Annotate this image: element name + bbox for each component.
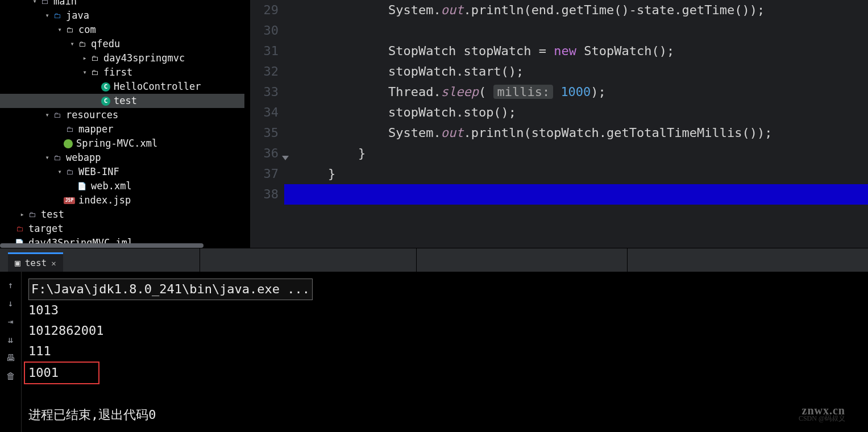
clear-icon[interactable]: 🗑 <box>6 371 16 381</box>
tree-arrow-icon[interactable]: ▾ <box>31 0 39 9</box>
tree-item-label: Spring-MVC.xml <box>76 136 157 151</box>
tree-item-label: index.jsp <box>78 193 131 207</box>
tree-item-webapp[interactable]: ▾🗀webapp <box>0 151 244 165</box>
code-line[interactable]: Thread.sleep( millis: 1000); <box>284 82 868 102</box>
tree-item-day43springmvc[interactable]: ▸🗀day43springmvc <box>0 51 244 65</box>
tree-item-label: mapper <box>78 122 113 136</box>
tree-item-web-xml[interactable]: 📄web.xml <box>0 179 244 193</box>
tree-item-label: qfedu <box>91 37 120 51</box>
code-editor[interactable]: 29303132333435363738 System.out.println(… <box>244 0 868 248</box>
code-line[interactable]: System.out.println(stopWatch.getTotalTim… <box>284 123 868 143</box>
print-icon[interactable]: 🖶 <box>6 352 16 363</box>
console-exit-line: 进程已结束,退出代码0 <box>28 405 861 425</box>
code-line[interactable]: } <box>284 164 868 184</box>
console-toolbar: ↑ ↓ ⇥ ⇊ 🖶 🗑 <box>0 272 22 432</box>
code-line[interactable]: StopWatch stopWatch = new StopWatch(); <box>284 41 868 61</box>
tree-item-mapper[interactable]: 🗀mapper <box>0 122 244 136</box>
scroll-to-end-icon[interactable]: ⇊ <box>6 334 16 344</box>
tree-arrow-icon[interactable]: ▾ <box>43 9 51 23</box>
tree-arrow-icon[interactable]: ▾ <box>43 108 51 122</box>
tree-item-test[interactable]: Ctest <box>0 94 244 108</box>
tree-item-hellocontroller[interactable]: CHelloController <box>0 80 244 94</box>
console-line: 1012862001 <box>28 321 861 341</box>
code-line[interactable]: stopWatch.start(); <box>284 61 868 82</box>
tree-item-spring-mvc-xml[interactable]: Spring-MVC.xml <box>0 136 244 151</box>
line-number[interactable]: 33 <box>250 82 279 102</box>
line-number[interactable]: 32 <box>250 61 279 82</box>
tree-item-label: WEB-INF <box>78 165 119 179</box>
tree-item-first[interactable]: ▾🗀first <box>0 65 244 80</box>
tree-item-target[interactable]: 🗀target <box>0 222 244 236</box>
code-line[interactable] <box>284 184 868 205</box>
run-tab-test[interactable]: ▣ test ✕ <box>8 252 63 272</box>
tree-item-resources[interactable]: ▾🗀resources <box>0 108 244 122</box>
scroll-down-icon[interactable]: ↓ <box>6 298 16 308</box>
tree-item-label: webapp <box>66 151 101 165</box>
tree-arrow-icon[interactable]: ▾ <box>43 151 51 165</box>
tree-item-label: HelloController <box>114 80 201 94</box>
line-number[interactable]: 29 <box>250 0 279 20</box>
editor-gutter: 29303132333435363738 <box>250 0 284 248</box>
line-number[interactable]: 34 <box>250 102 279 123</box>
tree-arrow-icon[interactable]: ▾ <box>56 165 64 179</box>
tree-item-label: com <box>78 23 96 37</box>
code-line[interactable] <box>284 20 868 41</box>
line-number[interactable]: 36 <box>250 143 279 164</box>
tree-item-com[interactable]: ▾🗀com <box>0 23 244 37</box>
line-number[interactable]: 35 <box>250 123 279 143</box>
tree-horizontal-scrollbar[interactable] <box>0 243 203 248</box>
run-config-icon: ▣ <box>15 257 20 268</box>
console-line: 1013 <box>28 300 861 321</box>
tree-item-main[interactable]: ▾🗀main <box>0 0 244 9</box>
code-line[interactable]: stopWatch.stop(); <box>284 102 868 123</box>
line-number[interactable]: 37 <box>250 164 279 184</box>
tree-arrow-icon[interactable]: ▸ <box>81 51 89 65</box>
tree-item-label: web.xml <box>91 179 132 193</box>
tree-item-test[interactable]: ▸🗀test <box>0 207 244 222</box>
tree-item-qfedu[interactable]: ▾🗀qfedu <box>0 37 244 51</box>
tree-arrow-icon[interactable]: ▾ <box>56 23 64 37</box>
tree-item-label: main <box>53 0 77 9</box>
close-icon[interactable]: ✕ <box>51 259 56 268</box>
tree-item-label: java <box>66 9 89 23</box>
run-tab-label: test <box>25 257 47 268</box>
console-output[interactable]: F:\Java\jdk1.8.0_241\bin\java.exe ... 10… <box>22 272 868 432</box>
console-cmd-line: F:\Java\jdk1.8.0_241\bin\java.exe ... <box>28 279 313 300</box>
tree-item-label: resources <box>66 108 118 122</box>
line-number[interactable]: 38 <box>250 184 279 205</box>
tree-item-label: test <box>41 207 64 222</box>
line-number[interactable]: 31 <box>250 41 279 61</box>
console-highlighted-value: 1001 <box>24 362 99 384</box>
tree-item-label: target <box>28 222 63 236</box>
tree-item-label: first <box>103 65 132 80</box>
tree-arrow-icon[interactable]: ▾ <box>81 65 89 80</box>
tree-item-java[interactable]: ▾🗀java <box>0 9 244 23</box>
tree-arrow-icon[interactable]: ▸ <box>18 207 26 222</box>
line-number[interactable]: 30 <box>250 20 279 41</box>
code-line[interactable]: } <box>284 143 868 164</box>
soft-wrap-icon[interactable]: ⇥ <box>6 316 16 326</box>
run-tool-tabstrip: ▣ test ✕ <box>0 248 868 272</box>
console-line: 111 <box>28 341 861 362</box>
tree-item-label: test <box>114 94 137 108</box>
tree-item-label: day43springmvc <box>103 51 185 65</box>
scroll-up-icon[interactable]: ↑ <box>6 280 16 290</box>
code-line[interactable]: System.out.println(end.getTime()-state.g… <box>284 0 868 20</box>
tree-item-index-jsp[interactable]: JSPindex.jsp <box>0 193 244 207</box>
tree-item-web-inf[interactable]: ▾🗀WEB-INF <box>0 165 244 179</box>
tree-arrow-icon[interactable]: ▾ <box>68 37 76 51</box>
watermark-sub: CSDN @码叔义 <box>799 408 845 429</box>
project-tree[interactable]: ▾🗀main▾🗀java▾🗀com▾🗀qfedu▸🗀day43springmvc… <box>0 0 244 248</box>
